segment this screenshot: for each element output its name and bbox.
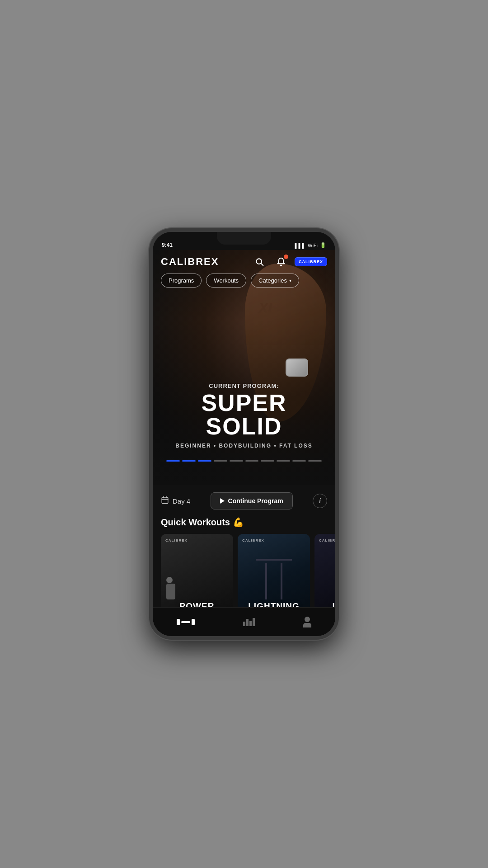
nav-item-stats[interactable] (234, 614, 264, 630)
dot-8 (277, 460, 290, 462)
dumbbell-weight-right (192, 619, 195, 625)
workout-card-lightning-legs[interactable]: CALIBREX LIGHTNINGLEGS (238, 534, 310, 607)
card-bg-power-hour: CALIBREX POWERHOUR (161, 534, 233, 607)
bottom-nav (153, 607, 335, 636)
user-badge-button[interactable]: CALIBREX (295, 257, 327, 266)
workout-card-lethal-chest[interactable]: CALIBREX LETHALCHEST (314, 534, 335, 607)
card-bg-lethal-chest: CALIBREX LETHALCHEST (314, 534, 335, 607)
continue-program-button[interactable]: Continue Program (211, 492, 293, 509)
header-icons: CALIBREX (251, 254, 327, 270)
phone-screen: 9:41 ▌▌▌ WiFi 🔋 CALIBREX (153, 232, 335, 636)
quick-workouts-label: Quick Workouts (161, 517, 230, 528)
status-icons: ▌▌▌ WiFi 🔋 (295, 242, 326, 248)
battery-icon: 🔋 (320, 242, 326, 248)
rack-bar-left (265, 563, 267, 599)
info-button[interactable]: i (313, 494, 327, 508)
nav-pill-categories[interactable]: Categories ▾ (251, 274, 299, 288)
info-icon: i (319, 497, 321, 505)
dot-5 (230, 460, 243, 462)
card-logo-1: CALIBREX (165, 538, 188, 542)
dot-10 (308, 460, 322, 462)
notification-badge (284, 255, 288, 259)
chart-bar-3 (249, 621, 252, 626)
play-icon (220, 498, 225, 504)
notification-button[interactable] (273, 254, 289, 270)
nav-pills: Programs Workouts Categories ▾ (153, 274, 335, 288)
current-program-label: CURRENT PROGRAM: (162, 382, 326, 389)
nav-item-profile[interactable] (294, 613, 320, 631)
hero-watch-visual (286, 359, 308, 377)
workout-cards-row: CALIBREX POWERHOUR CALIBREX (153, 534, 335, 607)
dot-7 (261, 460, 274, 462)
dot-9 (292, 460, 306, 462)
rack-bar-right (281, 563, 282, 599)
app-logo: CALIBREX (161, 256, 219, 268)
rack-bar-top (256, 559, 292, 561)
dumbbell-icon (177, 619, 195, 625)
dot-2 (182, 460, 196, 462)
quick-workouts-title: Quick Workouts 💪 (161, 517, 327, 528)
nav-item-workouts[interactable] (168, 615, 204, 629)
day-text: Day 4 (173, 497, 190, 505)
person-head-icon (305, 617, 310, 622)
card-bg-lightning-legs: CALIBREX LIGHTNINGLEGS (238, 534, 310, 607)
person-body-icon (303, 623, 311, 627)
progress-dots (153, 460, 335, 462)
dot-3 (198, 460, 211, 462)
dumbbell-weight-left (177, 619, 180, 625)
notch (217, 232, 271, 245)
calendar-icon (161, 496, 169, 506)
dot-4 (214, 460, 227, 462)
dot-1 (166, 460, 180, 462)
gym-rack-visual (238, 554, 310, 599)
below-hero: Day 4 Continue Program i Quick Workouts … (153, 485, 335, 607)
wifi-icon: WiFi (308, 243, 318, 248)
program-title: SUPER SOLID (162, 391, 326, 438)
figure-body-1 (166, 584, 175, 599)
dot-6 (245, 460, 259, 462)
svg-line-1 (261, 264, 263, 266)
nav-pill-programs[interactable]: Programs (161, 274, 202, 288)
dumbbell-bar (181, 621, 190, 623)
chart-bar-2 (246, 619, 249, 626)
hero-text: CURRENT PROGRAM: SUPER SOLID BEGINNER • … (153, 382, 335, 449)
day-row: Day 4 Continue Program i (161, 485, 327, 517)
app-header: CALIBREX (153, 250, 335, 274)
nav-pill-workouts[interactable]: Workouts (206, 274, 246, 288)
card-title-power-hour: POWERHOUR (161, 602, 233, 607)
signal-icon: ▌▌▌ (295, 243, 305, 248)
day-label: Day 4 (161, 496, 190, 506)
card-logo-2: CALIBREX (242, 538, 264, 542)
continue-btn-label: Continue Program (228, 497, 283, 505)
svg-rect-2 (162, 497, 168, 504)
person-icon (303, 617, 311, 627)
phone-frame: 9:41 ▌▌▌ WiFi 🔋 CALIBREX (149, 228, 339, 640)
person-figure-1 (166, 577, 175, 599)
program-tags: BEGINNER • BODYBUILDING • FAT LOSS (162, 443, 326, 449)
scroll-content: CALIBREX (153, 250, 335, 607)
chevron-down-icon: ▾ (289, 278, 291, 283)
search-button[interactable] (251, 254, 267, 270)
hero-section: CALIBREX (153, 250, 335, 485)
status-time: 9:41 (162, 242, 173, 248)
card-logo-3: CALIBREX (319, 538, 335, 542)
chart-bar-icon (243, 618, 255, 626)
chart-bar-4 (253, 618, 255, 626)
card-title-lethal-chest: LETHALCHEST (314, 602, 335, 607)
figure-head-1 (166, 577, 173, 583)
chart-bar-1 (243, 622, 245, 626)
workout-card-power-hour[interactable]: CALIBREX POWERHOUR (161, 534, 233, 607)
card-title-lightning-legs: LIGHTNINGLEGS (238, 602, 310, 607)
muscle-emoji: 💪 (233, 517, 244, 528)
